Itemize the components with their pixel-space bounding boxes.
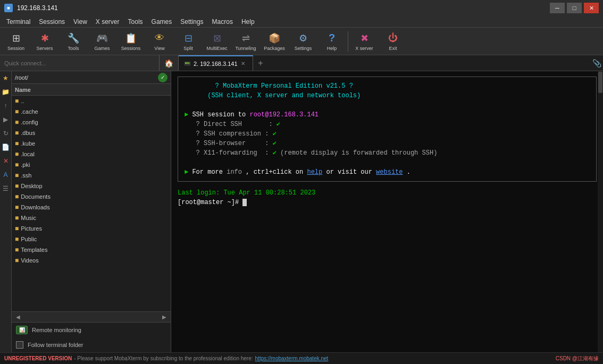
terminal-welcome-box: ? MobaXterm Personal Edition v21.5 ? (SS… xyxy=(178,77,597,182)
watermark-text: CSDN @江湖有缘 xyxy=(556,355,599,362)
scroll-left-icon[interactable]: ◀ xyxy=(14,314,22,320)
welcome-subtitle: (SSH client, X server and network tools) xyxy=(185,92,361,99)
folder-icon: ■ xyxy=(15,161,19,168)
quick-connect-input[interactable] xyxy=(4,60,155,66)
nav-delete-icon[interactable]: ✕ xyxy=(1,156,11,166)
tool-view[interactable]: 👁 View xyxy=(146,29,173,54)
tool-games-label: Games xyxy=(94,46,110,51)
tool-tools[interactable]: 🔧 Tools xyxy=(60,29,87,54)
list-item[interactable]: ■ Documents xyxy=(12,191,171,202)
remote-monitoring-item[interactable]: 📊 Remote monitoring xyxy=(12,323,171,337)
last-login-line: Last login: Tue Apr 11 00:28:51 2023 xyxy=(178,188,597,198)
list-item[interactable]: ■ Templates xyxy=(12,244,171,255)
list-item[interactable]: ■ Downloads xyxy=(12,202,171,213)
list-item[interactable]: ■ .. xyxy=(12,96,171,106)
last-login-text: Last login: Tue Apr 11 00:28:51 2023 xyxy=(178,189,315,197)
file-name: .cache xyxy=(21,108,38,115)
tool-games[interactable]: 🎮 Games xyxy=(88,29,116,54)
tool-xserver[interactable]: ✖ X server xyxy=(350,29,378,54)
remote-monitoring-label: Remote monitoring xyxy=(32,327,81,333)
list-item[interactable]: ■ .local xyxy=(12,149,171,159)
nav-folder-icon[interactable]: 📁 xyxy=(1,87,11,97)
tool-multiexec[interactable]: ⊠ MultiExec xyxy=(203,29,231,54)
website-link[interactable]: website xyxy=(376,168,403,176)
list-item[interactable]: ■ .kube xyxy=(12,138,171,149)
help-icon: ? xyxy=(325,32,338,45)
minimize-button[interactable]: ─ xyxy=(550,3,565,13)
file-list[interactable]: ■ .. ■ .cache ■ .config ■ .dbus ■ .kub xyxy=(12,96,171,311)
nav-star-icon[interactable]: ★ xyxy=(1,73,11,83)
compression-check: ✔ xyxy=(273,130,277,138)
menu-view[interactable]: View xyxy=(69,17,91,27)
tool-session[interactable]: ⊞ Session xyxy=(2,29,30,54)
file-header: Name xyxy=(12,84,171,96)
path-confirm-button[interactable]: ✓ xyxy=(158,73,168,82)
tool-exit[interactable]: ⏻ Exit xyxy=(379,29,407,54)
path-row: ✓ xyxy=(12,71,171,84)
new-tab-button[interactable]: + xyxy=(253,55,268,71)
menu-xserver[interactable]: X server xyxy=(91,17,124,27)
file-name: .. xyxy=(21,98,24,104)
terminal-more-info: ► For more info , ctrl+click on help or … xyxy=(185,167,590,177)
list-item[interactable]: ■ .dbus xyxy=(12,128,171,138)
close-button[interactable]: ✕ xyxy=(584,3,599,13)
welcome-text: ? MobaXterm Personal Edition v21.5 ? xyxy=(185,82,353,90)
list-item[interactable]: ■ .pki xyxy=(12,159,171,170)
nav-filenew-icon[interactable]: 📄 xyxy=(1,142,11,152)
games-icon: 🎮 xyxy=(96,32,108,45)
terminal-scrollbar[interactable] xyxy=(598,71,603,352)
scroll-right-icon[interactable]: ▶ xyxy=(160,314,169,320)
paperclip-icon[interactable]: 📎 xyxy=(590,55,603,71)
help-link[interactable]: help xyxy=(307,168,322,176)
nav-arrow-icon[interactable]: ↑ xyxy=(1,101,11,111)
terminal-compression: ? SSH compression : ✔ xyxy=(185,129,590,139)
folder-icon: ■ xyxy=(15,246,19,253)
tool-servers[interactable]: ✱ Servers xyxy=(31,29,58,54)
nav-terminal-icon[interactable]: ▶ xyxy=(1,115,11,124)
nav-text-icon[interactable]: A xyxy=(1,170,11,180)
info-word: info xyxy=(227,168,242,176)
menu-games[interactable]: Games xyxy=(147,17,177,27)
file-name: Music xyxy=(21,215,36,221)
window-controls: ─ □ ✕ xyxy=(550,3,599,13)
list-item[interactable]: ■ .config xyxy=(12,117,171,128)
tool-help[interactable]: ? Help xyxy=(318,29,346,54)
follow-terminal-folder-item[interactable]: Follow terminal folder xyxy=(12,337,171,352)
menu-tools[interactable]: Tools xyxy=(124,17,147,27)
menu-macros[interactable]: Macros xyxy=(208,17,237,27)
list-item[interactable]: ■ Desktop xyxy=(12,181,171,191)
list-item[interactable]: ■ .ssh xyxy=(12,170,171,181)
tool-sessions[interactable]: 📋 Sessions xyxy=(117,29,145,54)
nav-refresh-icon[interactable]: ↻ xyxy=(1,129,11,138)
ssh-host: root@192.168.3.141 xyxy=(249,111,319,118)
folder-icon: ■ xyxy=(15,235,19,243)
folder-icon: ■ xyxy=(15,193,19,200)
menu-settings[interactable]: Settings xyxy=(176,17,207,27)
menu-terminal[interactable]: Terminal xyxy=(2,17,35,27)
list-item[interactable]: ■ Music xyxy=(12,213,171,223)
nav-menu-icon[interactable]: ☰ xyxy=(1,184,11,193)
sidebar-nav: ★ 📁 ↑ ▶ ↻ 📄 ✕ A ☰ xyxy=(0,71,12,352)
tool-packages[interactable]: 📦 Packages xyxy=(261,29,288,54)
tool-xserver-label: X server xyxy=(355,46,373,51)
list-item[interactable]: ■ Public xyxy=(12,234,171,244)
tool-settings[interactable]: ⚙ Settings xyxy=(289,29,317,54)
list-item[interactable]: ■ .cache xyxy=(12,106,171,117)
home-tab[interactable]: 🏠 xyxy=(160,55,179,71)
status-link[interactable]: https://mobaxterm.mobatek.net xyxy=(255,355,329,361)
tool-split[interactable]: ⊟ Split xyxy=(174,29,202,54)
follow-terminal-checkbox[interactable] xyxy=(16,341,23,349)
direct-ssh-check: ✔ xyxy=(277,121,280,128)
session-tab-1[interactable]: 📟 2. 192.168.3.141 ✕ xyxy=(179,55,253,71)
folder-icon: ■ xyxy=(15,97,19,105)
path-input[interactable] xyxy=(15,74,156,81)
file-name: .pki xyxy=(21,162,30,168)
list-item[interactable]: ■ Pictures xyxy=(12,223,171,234)
list-item[interactable]: ■ Videos xyxy=(12,255,171,266)
menu-help[interactable]: Help xyxy=(237,17,259,27)
left-panel: ★ 📁 ↑ ▶ ↻ 📄 ✕ A ☰ ✓ Name ■ xyxy=(0,71,171,352)
tab-close-icon[interactable]: ✕ xyxy=(241,61,245,66)
tool-tunneling[interactable]: ⇌ Tunneling xyxy=(232,29,259,54)
menu-sessions[interactable]: Sessions xyxy=(35,17,69,27)
maximize-button[interactable]: □ xyxy=(567,3,582,13)
